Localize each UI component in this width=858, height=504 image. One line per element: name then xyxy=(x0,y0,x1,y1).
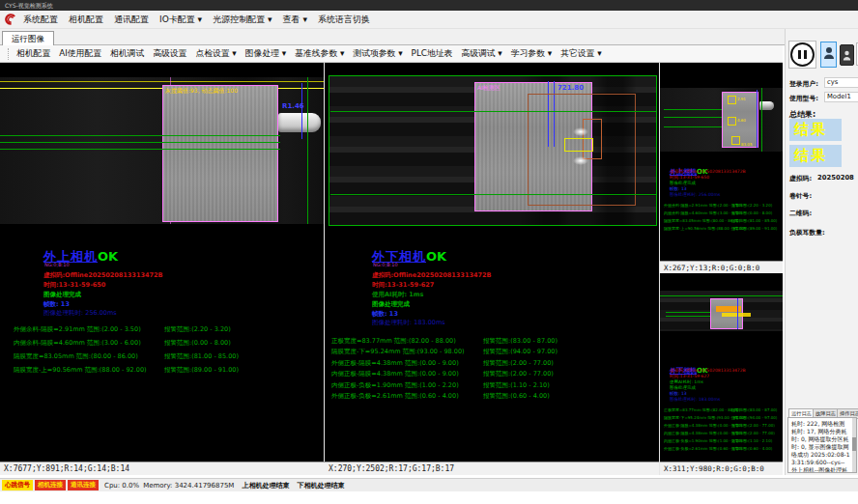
alarm-range-text: 报警范围:(2.20 - 3.20) xyxy=(731,203,772,208)
workpiece-region: 灰度阈值:93, 动态阈值:100 xyxy=(162,85,278,222)
tool-baseline-params[interactable]: 基准线参数 ▾ xyxy=(295,48,344,60)
alarm-range-text: 报警范围:(2.00 - 77.00) xyxy=(731,423,775,428)
overlay-green-line xyxy=(664,109,722,110)
alarm-range-text: 报警范围:(94.00 - 97.00) xyxy=(731,415,777,420)
overlay-green-line xyxy=(666,316,710,317)
overlay-yellow-blob xyxy=(722,313,751,317)
left-virtual-code: 虚拟码:Offline2025020813313472B xyxy=(43,271,162,280)
left-camera-ok-status: OK xyxy=(98,249,118,264)
overlay-green-line xyxy=(307,77,308,224)
right-elapsed: 图像处理耗时: 183.00ms xyxy=(372,319,445,327)
alarm-range-text: 报警范围:(1.10 - 2.10) xyxy=(731,438,772,443)
left-camera-coords-bar: X:7677;Y:891;R:14;G:14;B:14 xyxy=(0,462,325,475)
mini-elapsed: 图像处理耗时: 256.00ms xyxy=(670,192,720,198)
menu-item-system-config[interactable]: 系统配置 xyxy=(23,14,58,26)
tool-ai-usage-config[interactable]: AI使用配置 xyxy=(59,48,101,60)
measurement-row: 内侧余料-隔膜=4.60mm 范围:(3.00 - 6.00) 报警范围:(0.… xyxy=(14,339,141,348)
left-process-done: 图像处理完成 xyxy=(43,291,81,299)
tool-spot-check[interactable]: 点检设置 ▾ xyxy=(195,48,236,60)
pause-button[interactable] xyxy=(788,41,816,69)
panel-separator xyxy=(324,63,325,475)
menu-item-language-switch[interactable]: 系统语言切换 xyxy=(318,14,370,26)
measurement-text: 隔膜宽度=83.05mm 范围:(80.00 - 86.00) xyxy=(664,218,740,223)
menu-item-camera-config[interactable]: 相机配置 xyxy=(69,14,103,26)
heartbeat-status-badge: 心跳信号 xyxy=(2,480,33,490)
menu-item-comm-config[interactable]: 通讯配置 xyxy=(114,14,149,26)
measurement-text: 外侧余料-隔膜=2.91mm 范围:(2.00 - 3.50) xyxy=(664,203,742,208)
window-titlebar: CYS-视觉检测系统 xyxy=(0,0,858,11)
camera-connection-badge: 相机连接 xyxy=(35,480,66,490)
menu-item-view[interactable]: 查看 ▾ xyxy=(283,14,307,26)
measurement-text: 内侧正极-负极=1.90mm 范围:(1.00 - 2.20) xyxy=(331,381,459,389)
tool-plc-address-table[interactable]: PLC地址表 xyxy=(412,48,453,60)
alarm-range-text: 报警范围:(89.00 - 91.00) xyxy=(164,366,239,375)
sidebar: 登录用户: cys 使用型号: Model1 总结果: 结果 结果 虚拟码: 2… xyxy=(785,29,858,475)
mini-measurement-row: 隔膜宽度-下=95.24mm 范围:(93.00 - 98.00)报警范围:(9… xyxy=(664,415,746,420)
overlay-green-line xyxy=(0,135,280,136)
alarm-range-text: 报警范围:(2.20 - 3.20) xyxy=(164,325,231,334)
log-scrollbar-thumb[interactable] xyxy=(852,437,856,451)
virtual-code-label: 虚拟码: xyxy=(789,174,812,183)
measurement-text: 外侧正极-负极=2.61mm 范围:(0.60 - 4.00) xyxy=(664,446,742,451)
tool-test-params[interactable]: 测试项参数 ▾ xyxy=(353,48,402,60)
user-button[interactable] xyxy=(820,42,837,68)
operator-button[interactable] xyxy=(840,44,854,66)
measurement-row: 内侧正极-负极=1.90mm 范围:(1.00 - 2.20) 报警范围:(1.… xyxy=(331,381,459,390)
log-scrollbar[interactable] xyxy=(852,418,856,472)
model-label: 使用型号: xyxy=(789,94,818,103)
measurement-row: 外侧余料-隔膜=2.91mm 范围:(2.00 - 3.50) 报警范围:(2.… xyxy=(14,325,141,334)
operator-icon xyxy=(843,46,851,65)
tool-camera-debug[interactable]: 相机调试 xyxy=(110,48,144,60)
mini-bottom-coords-bar: X:311;Y:980;R:0;G:0;B:0 xyxy=(660,462,783,475)
right-camera-subinfo: NG:0;B:10 xyxy=(373,262,398,267)
overlay-green-line xyxy=(761,88,762,152)
overlay-yellow-tag: 4.60 xyxy=(737,118,746,123)
measurement-text: 外侧正极-负极=2.61mm 范围:(0.60 - 4.00) xyxy=(331,392,459,400)
overlay-green-line xyxy=(660,295,783,296)
alarm-range-text: 报警范围:(0.60 - 4.00) xyxy=(731,446,772,451)
mini-image: 2.91 4.60 83.05 xyxy=(660,88,783,152)
measurement-text: 隔膜宽度-下=95.24mm 范围:(93.00 - 98.00) xyxy=(331,348,465,355)
menu-item-light-control[interactable]: 光源控制配置 ▾ xyxy=(213,14,272,26)
overlay-green-line xyxy=(330,111,656,112)
measurement-row: 外侧正极-负极=2.61mm 范围:(0.60 - 4.00) 报警范围:(0.… xyxy=(331,392,459,401)
mini-view-bottom[interactable]: 外下相机OK 虚拟码:Offline2025020813313472B 时间:1… xyxy=(660,273,783,462)
cpu-usage-text: Cpu: 0.0% xyxy=(104,482,139,490)
tool-camera-config[interactable]: 相机配置 xyxy=(16,48,50,60)
overlay-green-line xyxy=(664,117,722,118)
mini-measurement-row: 隔膜宽度-上=90.56mm 范围:(88.00 - 92.00)报警范围:(8… xyxy=(664,226,746,231)
measurement-text: 隔膜宽度=83.05mm 范围:(80.00 - 86.00) xyxy=(14,352,138,360)
texture xyxy=(163,86,277,221)
measurement-text: 内侧正极-隔膜=4.38mm 范围:(0.00 - 9.00) xyxy=(664,431,742,435)
tool-learning-params[interactable]: 学习参数 ▾ xyxy=(511,48,552,60)
mini-image xyxy=(660,291,783,331)
left-camera-subinfo: NG:0;B:10 xyxy=(44,262,70,267)
pause-icon xyxy=(790,42,815,67)
connector-part xyxy=(278,113,321,132)
measurement-row: 内侧正极-隔膜=4.38mm 范围:(0.00 - 9.00) 报警范围:(2.… xyxy=(331,370,459,378)
memory-usage-text: Memory: 3424.41796875M xyxy=(143,482,234,490)
measurement-text: 外侧正极-隔膜=4.38mm 范围:(0.00 - 9.00) xyxy=(331,359,459,367)
mini-measurement-row: 外侧正极-隔膜=4.38mm 范围:(0.00 - 9.00)报警范围:(2.0… xyxy=(664,423,742,428)
measurement-text: 正极宽度=83.77mm 范围:(82.00 - 88.00) xyxy=(331,337,456,345)
menu-item-io-config[interactable]: IO卡配置 ▾ xyxy=(159,14,202,26)
tool-image-processing[interactable]: 图像处理 ▾ xyxy=(245,48,286,60)
threshold-overlay-label: 灰度阈值:93, 动态阈值:100 xyxy=(165,87,238,96)
alarm-range-text: 报警范围:(89.00 - 91.00) xyxy=(731,226,777,231)
right-ai-elapsed: 使用AI耗时: 1ms xyxy=(372,291,423,299)
right-time: 时间:13-31-59-627 xyxy=(372,281,434,290)
left-camera-image[interactable]: 灰度阈值:93, 动态阈值:100 R1.46 xyxy=(0,77,324,224)
app-window: CYS-视觉检测系统 系统配置 相机配置 通讯配置 IO卡配置 ▾ 光源控制配置… xyxy=(0,0,858,504)
mini-view-top[interactable]: 2.91 4.60 83.05 外上相机OK 虚拟码:Offline202502… xyxy=(660,63,783,261)
alarm-range-text: 报警范围:(83.00 - 87.00) xyxy=(483,337,558,346)
overlay-yellow-box xyxy=(728,96,736,104)
measurement-row: 隔膜宽度=83.05mm 范围:(80.00 - 86.00) 报警范围:(81… xyxy=(14,352,138,361)
tool-advanced-debug[interactable]: 高级调试 ▾ xyxy=(461,48,501,60)
tool-other-settings[interactable]: 其它设置 ▾ xyxy=(560,48,601,60)
measurement-row: 外侧正极-隔膜=4.38mm 范围:(0.00 - 9.00) 报警范围:(2.… xyxy=(331,359,459,368)
result-badge-2: 结果 xyxy=(789,145,842,167)
log-textarea[interactable]: 耗时: 222, 网络检测耗时: 17, 网络分类耗时: 0, 网络提取分区耗时… xyxy=(787,417,857,473)
right-camera-image[interactable]: AI检测区 721.80 xyxy=(329,75,657,226)
left-elapsed: 图像处理耗时: 256.00ms xyxy=(43,309,117,318)
tool-advanced-settings[interactable]: 高级设置 xyxy=(153,48,186,60)
